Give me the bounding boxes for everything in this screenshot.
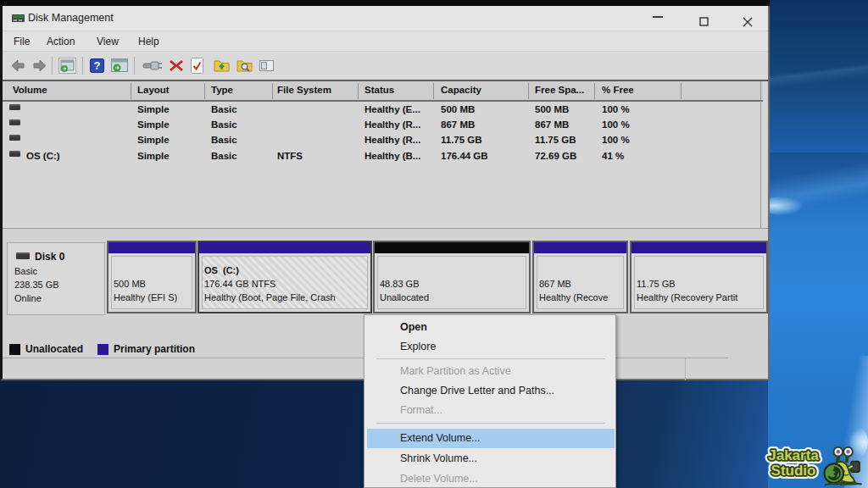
svg-text:Jakarta: Jakarta [768, 447, 819, 463]
svg-text:Studio: Studio [771, 463, 816, 479]
svg-text:?: ? [94, 59, 101, 72]
